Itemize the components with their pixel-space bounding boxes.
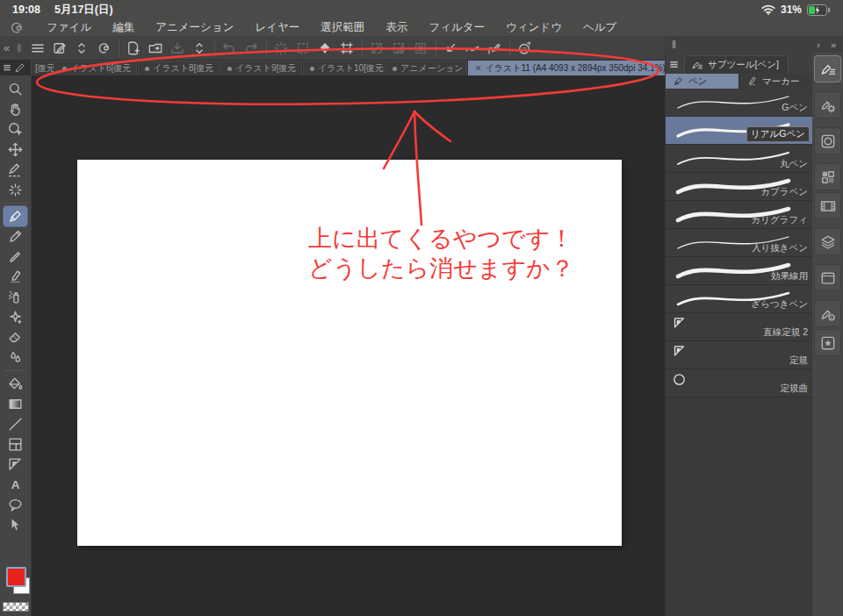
expand-collapse-2-icon[interactable] (189, 37, 211, 59)
expand-collapse-icon[interactable] (71, 37, 93, 59)
toolbar-groups: ? (27, 37, 536, 59)
marker-tool[interactable] (4, 267, 27, 287)
panel-top-strip: ‖ › » (665, 36, 843, 53)
select-from-layer-icon (388, 37, 410, 59)
operation-tool[interactable] (4, 515, 27, 535)
smoothing-icon[interactable] (462, 37, 484, 59)
canvas-area[interactable] (32, 75, 665, 616)
brush-item-7[interactable]: ざらつきペン (666, 285, 812, 313)
document-tab-1[interactable]: イラスト6[復元 (55, 61, 137, 75)
panel-drag-handle-icon[interactable]: ‖ (672, 39, 676, 51)
toolbar-divider (214, 39, 215, 57)
eraser-tool[interactable] (4, 327, 27, 347)
subtool-detail-panel-button[interactable] (814, 300, 841, 327)
clip-studio-logo-icon[interactable] (9, 20, 24, 35)
processing-icon (270, 37, 292, 59)
menu-item-8[interactable]: ヘルプ (573, 20, 627, 35)
document-tab-5[interactable]: アニメーション (385, 61, 467, 75)
subtool-tab-label: ペン (688, 75, 708, 88)
brush-item-1[interactable]: リアルGペン (666, 117, 812, 145)
main-menu-icon[interactable] (27, 37, 49, 59)
menu-item-6[interactable]: フィルター (418, 20, 495, 35)
crop-icon[interactable] (336, 37, 358, 59)
auto-select-tool[interactable] (4, 180, 27, 200)
layer-panel-button[interactable] (814, 228, 841, 255)
selection-tool[interactable] (4, 160, 27, 180)
brush-item-10[interactable]: 定規曲 (666, 369, 812, 398)
menu-item-5[interactable]: 表示 (375, 20, 418, 35)
battery-percent: 31% (781, 4, 802, 16)
balloon-tool[interactable] (4, 495, 27, 515)
document-tab-0[interactable]: [復元 (31, 61, 54, 75)
text-tool[interactable]: A (4, 475, 27, 495)
menu-item-2[interactable]: アニメーション (145, 20, 244, 35)
subtool-panel-button[interactable] (814, 55, 841, 82)
pen-tool[interactable] (4, 206, 27, 226)
brush-item-9[interactable]: 定規 (666, 341, 812, 369)
menu-item-3[interactable]: レイヤー (244, 20, 310, 35)
edit-pencil-icon[interactable] (14, 62, 25, 74)
decoration-tool[interactable] (4, 307, 27, 327)
material-panel-button[interactable] (814, 329, 841, 356)
menu-item-7[interactable]: ウィンドウ (495, 20, 573, 35)
transparent-color-swatch[interactable] (3, 602, 29, 612)
subtool-category-tab-1[interactable]: マーカー (739, 74, 812, 89)
tool-property-panel-button[interactable] (814, 91, 841, 118)
collapse-left-icon[interactable]: « (4, 41, 10, 54)
foreground-color-swatch[interactable] (6, 567, 26, 587)
brush-label: 効果線用 (771, 270, 808, 283)
collapse-panel-icon[interactable]: › (817, 39, 820, 50)
frame-border-tool[interactable] (4, 434, 27, 455)
menu-item-1[interactable]: 編集 (102, 20, 145, 35)
tab-label: イラスト11 (A4 4093 x 2894px 350dpi 34.1%) (486, 62, 665, 75)
select-shape-icon[interactable] (314, 37, 336, 59)
pencil-tool[interactable] (4, 226, 27, 247)
document-tab-4[interactable]: イラスト10[復元 (303, 61, 385, 75)
menu-item-0[interactable]: ファイル (36, 20, 102, 35)
document-tab-6[interactable]: ✕イラスト11 (A4 4093 x 2894px 350dpi 34.1%) (468, 61, 665, 75)
snap-to-corner-icon[interactable] (440, 37, 462, 59)
figure-tool[interactable] (4, 414, 27, 434)
subtool-panel-tab[interactable]: サブツール[ペン] (684, 55, 789, 74)
snap-to-ruler-icon[interactable] (484, 37, 506, 59)
brush-item-2[interactable]: 丸ペン (666, 145, 812, 173)
airbrush-tool[interactable] (4, 287, 27, 307)
brush-size-panel-button[interactable] (814, 127, 841, 154)
document-tab-3[interactable]: イラスト9[復元 (220, 61, 302, 75)
brush-item-8[interactable]: 直線定規 2 (666, 313, 812, 341)
ruler-tool[interactable] (4, 455, 27, 475)
clip-studio-logo-icon[interactable] (93, 37, 115, 59)
rotate-view-tool[interactable] (4, 119, 27, 140)
new-file-icon[interactable] (123, 37, 145, 59)
brush-item-3[interactable]: カブラペン (666, 173, 812, 201)
brush-item-4[interactable]: カリグラフィ (666, 201, 812, 229)
fill-tool[interactable] (4, 374, 27, 394)
brush-item-5[interactable]: 入り抜きペン (666, 229, 812, 257)
invert-selection-icon (366, 37, 388, 59)
color-set-panel-button[interactable] (814, 163, 841, 190)
blend-tool[interactable] (4, 347, 27, 368)
undo-icon (219, 37, 241, 59)
panel-menu-icon[interactable] (3, 63, 11, 72)
open-file-icon[interactable] (145, 37, 167, 59)
brush-item-6[interactable]: 効果線用 (666, 257, 812, 285)
collapse-all-panels-icon[interactable]: » (831, 39, 836, 50)
subtool-panel-menu-icon[interactable] (669, 60, 679, 69)
menu-item-4[interactable]: 選択範囲 (310, 20, 375, 35)
brush-tool[interactable] (4, 247, 27, 267)
hand-tool[interactable] (4, 99, 27, 119)
tab-close-icon[interactable]: ✕ (475, 64, 482, 73)
layer-property-panel-button[interactable] (814, 264, 841, 291)
drag-handle-icon[interactable]: ‖ (17, 41, 21, 54)
subtool-category-tab-0[interactable]: ペン (666, 74, 739, 89)
edit-canvas-icon[interactable] (49, 37, 71, 59)
brush-item-0[interactable]: Gペン (666, 89, 812, 117)
canvas-page[interactable] (77, 160, 622, 546)
help-icon[interactable]: ? (514, 37, 536, 59)
pen-list-icon (691, 59, 703, 71)
move-tool[interactable] (4, 140, 27, 160)
gradient-tool[interactable] (4, 394, 27, 414)
timeline-panel-button[interactable] (814, 192, 841, 219)
zoom-tool[interactable] (4, 79, 27, 99)
document-tab-2[interactable]: イラスト8[復元 (138, 61, 220, 75)
